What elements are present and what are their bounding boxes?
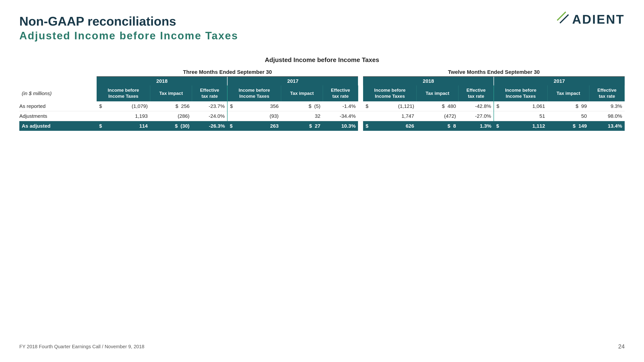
page-title: Non-GAAP reconciliations xyxy=(19,14,625,28)
main-table: Three Months Ended September 30 Twelve M… xyxy=(19,68,625,131)
as-reported-label: As reported xyxy=(19,101,96,111)
twm17-ar-rate: 9.3% xyxy=(589,101,624,111)
twm18-ar-dollar: $ xyxy=(363,101,371,111)
twm17-asadj-tax: $ 149 xyxy=(548,121,589,131)
tm18-adj-dollar xyxy=(96,111,104,121)
year-spacer xyxy=(358,76,363,85)
twm18-tax-header: Tax impact xyxy=(416,85,458,101)
logo-text: ADIENT xyxy=(572,12,625,26)
tm17-asadj-tax: $ 27 xyxy=(281,121,323,131)
tm17-ar-tax: $ (5) xyxy=(281,101,323,111)
tm17-adj-tax: 32 xyxy=(281,111,323,121)
tm17-asadj-rate: 10.3% xyxy=(323,121,358,131)
twm17-asadj-rate: 13.4% xyxy=(589,121,624,131)
twm18-asadj-rate: 1.3% xyxy=(458,121,494,131)
twm17-tax-header: Tax impact xyxy=(548,85,589,101)
page-container: ADIENT Non-GAAP reconciliations Adjusted… xyxy=(0,0,644,362)
tm18-asadj-income: 114 xyxy=(104,121,150,131)
tm18-ar-rate: -23.7% xyxy=(192,101,228,111)
twm18-adj-income: 1,747 xyxy=(371,111,416,121)
as-adjusted-row: As adjusted $ 114 $ (30) -26.3% $ 263 $ … xyxy=(19,121,625,131)
page-number: 24 xyxy=(618,343,625,350)
tm18-asadj-tax: $ (30) xyxy=(150,121,192,131)
twm17-rate-header: Effectivetax rate xyxy=(589,85,624,101)
twm17-ar-dollar: $ xyxy=(494,101,502,111)
tm18-ar-dollar: $ xyxy=(96,101,104,111)
tm18-adj-rate: -24.0% xyxy=(192,111,228,121)
twm17-asadj-dollar: $ xyxy=(494,121,502,131)
tm-2018-header: 2018 xyxy=(96,76,227,85)
logo-line-green xyxy=(557,11,566,21)
as-reported-row: As reported $ (1,079) $ 256 -23.7% $ 356… xyxy=(19,101,625,111)
three-months-header: Three Months Ended September 30 xyxy=(96,68,358,76)
adj-spacer xyxy=(358,121,363,131)
tm18-ar-tax: $ 256 xyxy=(150,101,192,111)
tm18-income-header: Income beforeIncome Taxes xyxy=(96,85,150,101)
twm17-adj-income: 51 xyxy=(502,111,548,121)
year-header-row: 2018 2017 2018 2017 xyxy=(19,76,625,85)
year-empty xyxy=(19,76,96,85)
row-spacer xyxy=(358,101,363,111)
twm18-adj-rate: -27.0% xyxy=(458,111,494,121)
tm18-asadj-rate: -26.3% xyxy=(192,121,228,131)
twm18-rate-header: Effectivetax rate xyxy=(458,85,494,101)
footer-text: FY 2018 Fourth Quarter Earnings Call / N… xyxy=(19,344,144,350)
twm18-ar-income: (1,121) xyxy=(371,101,416,111)
tm18-adj-tax: (286) xyxy=(150,111,192,121)
twm18-asadj-dollar: $ xyxy=(363,121,371,131)
period-header-row: Three Months Ended September 30 Twelve M… xyxy=(19,68,625,76)
tm17-adj-income: (93) xyxy=(235,111,281,121)
tm17-rate-header: Effectivetax rate xyxy=(323,85,358,101)
tm18-tax-header: Tax impact xyxy=(150,85,192,101)
spacer xyxy=(358,68,363,76)
tm17-ar-dollar: $ xyxy=(227,101,235,111)
twm17-adj-rate: 98.0% xyxy=(589,111,624,121)
tm17-asadj-income: 263 xyxy=(235,121,281,131)
twm18-ar-tax: $ 480 xyxy=(416,101,458,111)
empty-header xyxy=(19,68,96,76)
twm18-adj-dollar xyxy=(363,111,371,121)
adjustments-label: Adjustments xyxy=(19,111,96,121)
page-subtitle: Adjusted Income before Income Taxes xyxy=(19,30,625,42)
table-main-title: Adjusted Income before Income Taxes xyxy=(19,56,625,64)
row-spacer2 xyxy=(358,111,363,121)
tm18-ar-income: (1,079) xyxy=(104,101,150,111)
logo-container: ADIENT xyxy=(556,12,625,26)
twm17-adj-tax: 50 xyxy=(548,111,589,121)
as-adjusted-label: As adjusted xyxy=(19,121,96,131)
tm18-rate-header: Effectivetax rate xyxy=(192,85,228,101)
tm17-adj-rate: -34.4% xyxy=(323,111,358,121)
col-spacer xyxy=(358,85,363,101)
twm18-ar-rate: -42.8% xyxy=(458,101,494,111)
twm17-adj-dollar xyxy=(494,111,502,121)
tm17-tax-header: Tax impact xyxy=(281,85,323,101)
twm18-asadj-income: 626 xyxy=(371,121,416,131)
twm-2017-header: 2017 xyxy=(494,76,624,85)
twelve-months-header: Twelve Months Ended September 30 xyxy=(363,68,624,76)
tm18-adj-income: 1,193 xyxy=(104,111,150,121)
twm17-ar-tax: $ 99 xyxy=(548,101,589,111)
logo-lines xyxy=(556,12,570,26)
twm18-adj-tax: (472) xyxy=(416,111,458,121)
tm17-adj-dollar xyxy=(227,111,235,121)
twm-2018-header: 2018 xyxy=(363,76,494,85)
tm17-ar-rate: -1.4% xyxy=(323,101,358,111)
twm17-asadj-income: 1,112 xyxy=(502,121,548,131)
adjustments-row: Adjustments 1,193 (286) -24.0% (93) 32 -… xyxy=(19,111,625,121)
tm17-income-header: Income beforeIncome Taxes xyxy=(227,85,281,101)
twm18-income-header: Income beforeIncome Taxes xyxy=(363,85,416,101)
tm17-ar-income: 356 xyxy=(235,101,281,111)
footer: FY 2018 Fourth Quarter Earnings Call / N… xyxy=(19,343,625,350)
table-section: Adjusted Income before Income Taxes Thre… xyxy=(19,56,625,131)
twm17-income-header: Income beforeIncome Taxes xyxy=(494,85,548,101)
twm17-ar-income: 1,061 xyxy=(502,101,548,111)
tm-2017-header: 2017 xyxy=(227,76,358,85)
col-header-row: (in $ millions) Income beforeIncome Taxe… xyxy=(19,85,625,101)
in-millions-label: (in $ millions) xyxy=(19,85,96,101)
tm17-asadj-dollar: $ xyxy=(227,121,235,131)
tm18-asadj-dollar: $ xyxy=(96,121,104,131)
twm18-asadj-tax: $ 8 xyxy=(416,121,458,131)
